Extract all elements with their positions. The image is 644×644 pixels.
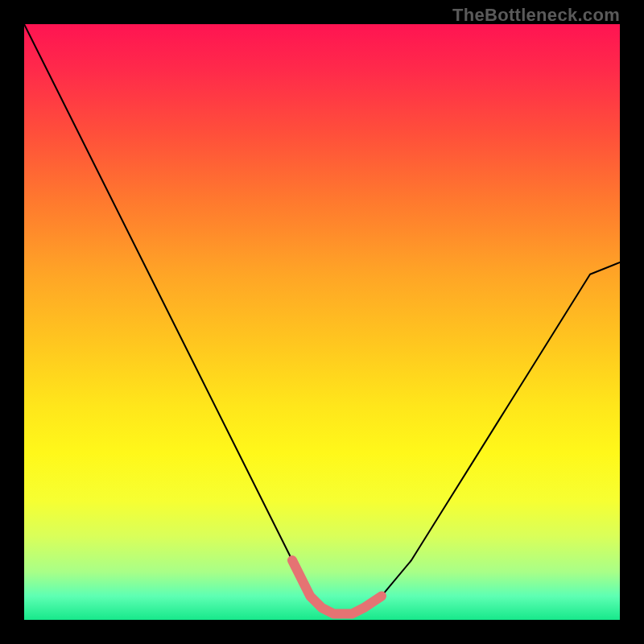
chart-frame: TheBottleneck.com (0, 0, 644, 644)
plot-area (24, 24, 620, 620)
curve-canvas (24, 24, 620, 620)
valley-highlight (292, 560, 382, 614)
bottleneck-curve (24, 24, 620, 614)
attribution-label: TheBottleneck.com (452, 5, 620, 26)
